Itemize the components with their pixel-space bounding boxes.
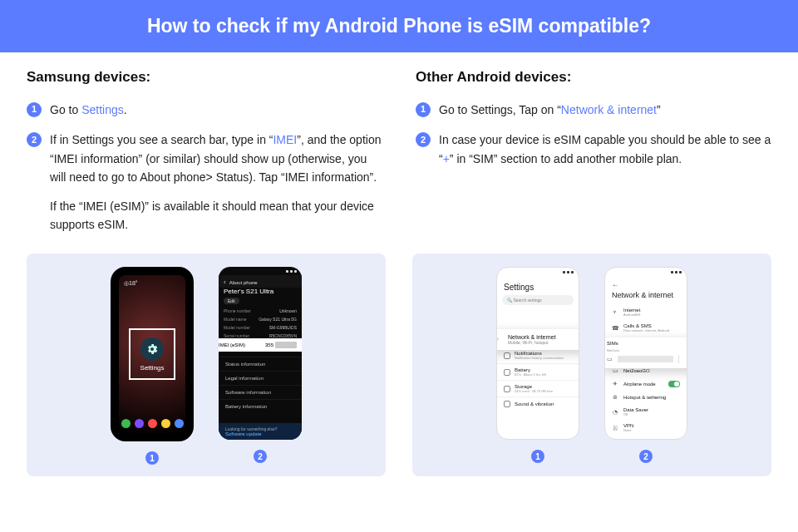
- dock-icon: [121, 419, 131, 428]
- keyword-imei: IMEI: [273, 133, 297, 146]
- settings-highlight: Settings: [129, 328, 175, 380]
- samsung-step-2: 2 If in Settings you see a search bar, t…: [27, 131, 382, 234]
- text: If the “IMEI (eSIM)” is available it sho…: [50, 197, 382, 234]
- sim-icon: ▭: [607, 356, 613, 362]
- text: ” in “SIM” section to add another mobile…: [450, 152, 682, 165]
- dock-icon: [161, 419, 170, 428]
- step-badge: 2: [416, 132, 431, 147]
- settings-title: Settings: [497, 276, 579, 295]
- network-row: ᯤInternetAndroidWifi: [605, 304, 687, 320]
- about-footer: Looking for something else? Software upd…: [219, 423, 302, 440]
- wifi-icon: ᯤ: [612, 309, 618, 315]
- keyword-settings: Settings: [81, 103, 124, 116]
- step-text: In case your device is eSIM capable you …: [439, 131, 771, 168]
- popup-title: Network & internet: [508, 334, 556, 340]
- status-bar: [497, 268, 579, 276]
- dock-icons: [119, 419, 185, 428]
- step-text: Go to Settings, Tap on “Network & intern…: [439, 101, 771, 119]
- step-text: Go to Settings.: [50, 101, 382, 119]
- other-heading: Other Android devices:: [416, 69, 771, 86]
- network-row: ⍓VPNNone: [605, 420, 687, 436]
- redacted-value: [275, 342, 297, 348]
- sims-header: SIMs: [607, 341, 687, 346]
- airplane-toggle: [668, 381, 680, 387]
- device-name: Peter's S21 Ultra: [219, 288, 302, 297]
- imei-label: IMEI (eSIM): [219, 342, 245, 347]
- sims-highlight: SIMs Net2seo ▭ +: [604, 337, 687, 368]
- list-item: Status information: [219, 357, 302, 371]
- phone-mock-samsung-about: ‹About phone Peter's S21 Ultra Edit Phon…: [219, 267, 302, 440]
- weather-widget: ◎18°: [119, 275, 185, 287]
- network-row: ✈Airplane mode: [605, 377, 687, 391]
- keyword-network-internet: Network & internet: [561, 103, 657, 116]
- about-title: About phone: [229, 280, 258, 285]
- popup-subtitle: Mobile, Wi-Fi, hotspot: [508, 340, 556, 345]
- page-header: How to check if my Android Phone is eSIM…: [0, 0, 798, 52]
- status-bar: [219, 267, 302, 275]
- vpn-icon: ⍓: [612, 425, 618, 431]
- sound-icon: [504, 401, 510, 407]
- shot-number: 2: [254, 450, 267, 463]
- step-badge: 1: [416, 102, 431, 117]
- info-row: Phone numberUnknown: [219, 307, 302, 315]
- text: .: [124, 103, 127, 116]
- samsung-heading: Samsung devices:: [27, 69, 382, 86]
- network-title: Network & internet: [605, 289, 687, 304]
- phone-mock-settings: Settings 🔍 Search settings AppsAssistant…: [496, 267, 579, 440]
- text: If in Settings you see a search bar, typ…: [50, 133, 273, 146]
- text: Go to: [50, 103, 81, 116]
- keyword-plus: +: [443, 152, 450, 165]
- step-badge: 1: [27, 102, 42, 117]
- footer-link: Software update: [225, 431, 295, 436]
- plus-icon: +: [684, 355, 687, 363]
- imei-esim-highlight: IMEI (eSIM) 355: [219, 338, 302, 352]
- status-bar: [605, 268, 687, 276]
- info-row: Model numberSM-G998U/DS: [219, 323, 302, 332]
- other-panel: Settings 🔍 Search settings AppsAssistant…: [412, 254, 771, 476]
- battery-icon: [504, 369, 510, 376]
- about-header: ‹About phone: [219, 275, 302, 288]
- shot-number: 1: [531, 450, 544, 463]
- airplane-icon: ✈: [612, 381, 618, 387]
- step-badge: 2: [27, 132, 42, 147]
- samsung-column: Samsung devices: 1 Go to Settings. 2 If …: [27, 69, 382, 245]
- edit-chip: Edit: [224, 298, 239, 304]
- screenshot-panels: ◎18° Settings 1: [0, 245, 798, 476]
- list-item: Software information: [219, 385, 302, 399]
- shot-number: 2: [639, 450, 653, 463]
- samsung-shot-1: ◎18° Settings 1: [111, 267, 194, 465]
- network-row: ⎔Private DNS: [605, 436, 687, 440]
- dock-icon: [175, 419, 184, 428]
- hotspot-icon: ⊚: [612, 394, 618, 401]
- network-row: ⊚Hotspot & tethering: [605, 391, 687, 404]
- samsung-step-1: 1 Go to Settings.: [27, 101, 382, 119]
- gear-icon: [140, 337, 164, 361]
- back-arrow-icon: ←: [605, 276, 687, 289]
- samsung-shot-2: ‹About phone Peter's S21 Ultra Edit Phon…: [219, 267, 302, 465]
- text: Go to Settings, Tap on “: [439, 103, 561, 116]
- sim-icon: ▭: [612, 367, 618, 374]
- other-step-1: 1 Go to Settings, Tap on “Network & inte…: [416, 101, 771, 119]
- settings-row: Sound & vibration: [497, 397, 579, 411]
- chevron-left-icon: ‹: [224, 278, 226, 286]
- data-saver-icon: ◔: [612, 409, 618, 416]
- sims-network: Net2seo: [607, 348, 687, 352]
- other-column: Other Android devices: 1 Go to Settings,…: [416, 69, 771, 245]
- settings-row: Battery62% · About 2 hrs left: [497, 363, 579, 380]
- phone-icon: ☎: [612, 325, 618, 332]
- dns-icon: ⎔: [612, 439, 618, 440]
- other-shot-1: Settings 🔍 Search settings AppsAssistant…: [496, 267, 579, 465]
- imei-value-prefix: 355: [265, 342, 273, 347]
- phone-mock-samsung-home: ◎18° Settings: [111, 267, 194, 441]
- storage-icon: [504, 386, 510, 392]
- instruction-columns: Samsung devices: 1 Go to Settings. 2 If …: [0, 52, 798, 245]
- about-list: Status information Legal information Sof…: [219, 357, 302, 413]
- notifications-icon: [504, 352, 510, 359]
- phone-mock-network: ← Network & internet ᯤInternetAndroidWif…: [604, 267, 687, 440]
- step-text: If in Settings you see a search bar, typ…: [50, 131, 382, 234]
- network-internet-highlight: ᯤ Network & internetMobile, Wi-Fi, hotsp…: [496, 329, 579, 350]
- text: ”: [657, 103, 661, 116]
- other-shot-2: ← Network & internet ᯤInternetAndroidWif…: [604, 267, 687, 465]
- list-item: Legal information: [219, 371, 302, 385]
- other-step-2: 2 In case your device is eSIM capable yo…: [416, 131, 771, 168]
